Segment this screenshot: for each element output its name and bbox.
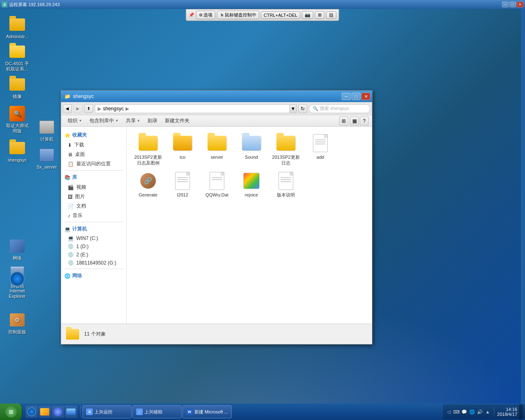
desktop-icon-administrator[interactable]: Administr... — [4, 16, 30, 39]
nav-item-recent[interactable]: 📋 最近访问的位置 — [61, 159, 126, 169]
options-label: 选项 — [203, 12, 212, 18]
tray-chat-icon[interactable]: 💬 — [461, 409, 468, 415]
file-item-qqwry[interactable]: QQWry.Dat — [201, 169, 233, 199]
show-desktop-btn[interactable] — [518, 404, 523, 419]
options-btn[interactable]: ⚙ 选项 — [196, 11, 215, 19]
media-taskbar-icon[interactable] — [52, 406, 64, 418]
nav-item-pictures[interactable]: 🖼 图片 — [61, 192, 126, 201]
desktop-icon-computer[interactable]: 计算机 — [34, 119, 60, 142]
nav-item-download[interactable]: ⬇ 下载 — [61, 140, 126, 150]
file-item-sound[interactable]: Sound — [235, 132, 268, 168]
file-icon-2013sp2-log2 — [276, 133, 296, 153]
desktop-icon-dc4501[interactable]: DC-4501 手机取证系... — [4, 43, 30, 72]
file-item-2013sp2-logs[interactable]: 2013SP2更新日志及图例 — [132, 132, 164, 168]
file-label-server: server — [211, 154, 224, 160]
desktop-icon-shengsyc[interactable]: shengsyc — [4, 140, 30, 163]
doc-shape-qqwry — [210, 172, 224, 190]
network-section-header[interactable]: 🌐 网络 — [61, 271, 126, 281]
tray-arrow-icon[interactable]: ◁ — [445, 409, 452, 415]
nav-item-music[interactable]: ♪ 音乐 — [61, 211, 126, 220]
desktop-icon-controlpanel[interactable]: ⚙ 控制面板 — [4, 312, 30, 335]
file-label-2013sp2-log2: 2013SP2更新日志 — [271, 154, 301, 166]
up-btn[interactable]: ⬆ — [84, 104, 93, 113]
address-path[interactable]: ▶ shengsyc ▶ — [95, 104, 290, 113]
desktop-icon-ie[interactable]: Internet Explorer — [4, 271, 30, 299]
burn-btn[interactable]: 刻录 — [144, 116, 161, 125]
file-icon-generate: 🔗 — [138, 171, 158, 191]
view-toggle-btn[interactable]: ▦ — [350, 116, 359, 126]
mouse-icon: 🖱 — [220, 13, 224, 17]
remote-maximize-btn[interactable]: □ — [509, 2, 516, 7]
file-icon-add — [310, 133, 330, 153]
help-btn[interactable]: ? — [360, 116, 369, 126]
media2-taskbar-icon[interactable] — [65, 406, 77, 418]
sxserver-icon-label: Sx_server — [37, 164, 57, 170]
tray-network-icon[interactable]: 🌐 — [469, 409, 475, 415]
desktop-icon-network[interactable]: 网络 — [4, 238, 30, 261]
file-item-2013sp2-log2[interactable]: 2013SP2更新日志 — [269, 132, 302, 168]
address-dropdown-btn[interactable]: ▼ — [290, 104, 297, 113]
path-label: shengsyc — [103, 106, 124, 112]
ctrl-alt-del-btn[interactable]: CTRL+ALT+DEL — [261, 11, 300, 19]
nav-item-docs[interactable]: 📄 文档 — [61, 201, 126, 211]
shengsyc-icon-label: shengsyc — [8, 158, 27, 163]
ie-icon-small — [27, 407, 36, 416]
remote-controls: ─ □ ✕ — [502, 2, 523, 7]
back-btn[interactable]: ◀ — [63, 104, 72, 113]
include-library-menu[interactable]: 包含到库中 ▼ — [86, 116, 122, 125]
start-button[interactable]: ⊞ — [0, 404, 22, 420]
remote-minimize-btn[interactable]: ─ — [502, 2, 509, 7]
computer-section-header[interactable]: 💻 计算机 — [61, 224, 126, 234]
forward-btn[interactable]: ▶ — [73, 104, 82, 113]
file-item-rejoice[interactable]: rejoice — [235, 169, 268, 199]
nav-item-desktop[interactable]: 🖥 桌面 — [61, 150, 126, 159]
taskbar-item-word[interactable]: W 新建 Microsoft ... — [183, 405, 232, 418]
nav-item-g-drive[interactable]: 💿 18811649502 (G:) — [61, 259, 126, 267]
shengsyc-folder-icon — [9, 142, 25, 154]
tray-more-icons[interactable]: ▲ — [484, 409, 491, 415]
grid-btn[interactable]: ⊞ — [315, 11, 324, 19]
share-menu[interactable]: 共享 ▼ — [123, 116, 144, 125]
file-item-i2012[interactable]: I2012 — [166, 169, 199, 199]
mouse-keyboard-label: 鼠标键盘控制中 — [225, 12, 256, 18]
nav-item-video[interactable]: 🎬 视频 — [61, 183, 126, 192]
tray-volume-icon[interactable]: 🔊 — [477, 409, 483, 415]
window-close-btn[interactable]: ✕ — [361, 93, 370, 100]
mouse-keyboard-btn[interactable]: 🖱 鼠标键盘控制中 — [217, 11, 259, 19]
window-minimize-btn[interactable]: ─ — [342, 93, 351, 100]
file-item-add[interactable]: add — [304, 132, 337, 168]
organize-menu[interactable]: 组织 ▼ — [64, 116, 85, 125]
desktop-scrollbar[interactable] — [521, 0, 525, 404]
view-options-btn[interactable]: ⊞ — [339, 116, 348, 126]
ie-taskbar-icon[interactable] — [25, 406, 38, 418]
file-item-generate[interactable]: 🔗 Generate — [132, 169, 164, 199]
screenshot-btn[interactable]: 📷 — [302, 11, 313, 19]
nav-item-e-drive[interactable]: 💿 2 (E:) — [61, 251, 126, 259]
desktop-icon-forensics[interactable]: 🔍 取证大师试用版 — [4, 105, 30, 134]
file-item-version-notes[interactable]: 版本说明 — [269, 169, 302, 199]
file-item-ico[interactable]: ico — [166, 132, 199, 168]
recent-nav-icon: 📋 — [68, 161, 74, 167]
nav-item-c-drive[interactable]: 💻 WIN7 (C:) — [61, 234, 126, 242]
remote-close-btn[interactable]: ✕ — [517, 2, 523, 7]
window-maximize-btn[interactable]: □ — [352, 93, 361, 100]
library-section-header[interactable]: 📚 库 — [61, 172, 126, 183]
new-folder-btn[interactable]: 新建文件夹 — [162, 116, 193, 125]
folder-shape-ico — [173, 136, 192, 151]
taskbar-clock[interactable]: 14:16 2018/4/17 — [497, 407, 517, 417]
folder-shape-sound — [242, 136, 261, 151]
taskbar-item-remote-control[interactable]: 🖥 上兴远控 — [82, 405, 132, 418]
explorer-taskbar-icon[interactable] — [39, 406, 51, 418]
doc-lines-version — [281, 177, 291, 183]
desktop-icon-mirror[interactable]: 镜像 — [4, 76, 30, 99]
link-btn[interactable]: ⛓ — [326, 11, 336, 19]
desktop-icon-sxserver[interactable]: Sx_server — [34, 147, 60, 170]
taskbar-item-assistant[interactable]: 🔗 上兴辅助 — [132, 405, 182, 418]
search-box[interactable]: 🔍 搜索 shengsyc — [309, 104, 370, 113]
tray-keyboard-icon[interactable]: ⌨ — [453, 409, 460, 415]
nav-item-d-drive[interactable]: 💿 1 (D:) — [61, 242, 126, 251]
file-item-server[interactable]: server — [201, 132, 233, 168]
favorites-section-header[interactable]: ⭐ 收藏夹 — [61, 130, 126, 140]
media2-icon-small — [66, 409, 75, 415]
refresh-btn[interactable]: ↻ — [298, 104, 307, 113]
